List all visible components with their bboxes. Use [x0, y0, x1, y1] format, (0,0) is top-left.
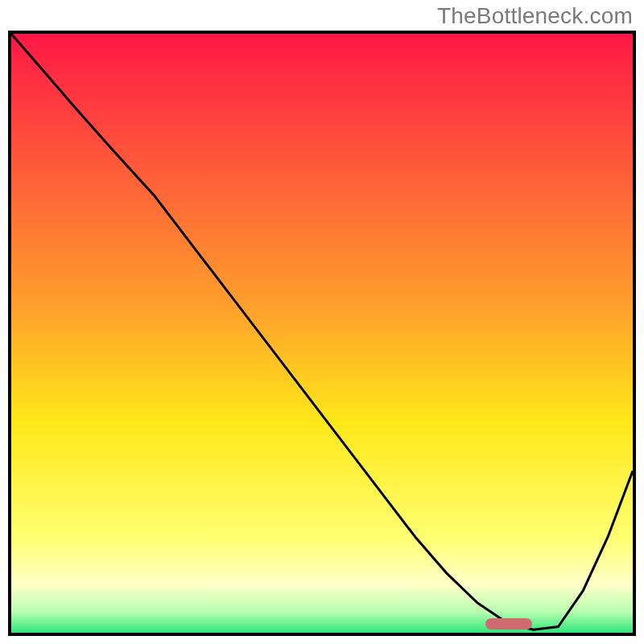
- optimal-marker: [485, 618, 532, 630]
- plot-area: [11, 34, 633, 633]
- curve-path: [11, 34, 633, 630]
- watermark-text: TheBottleneck.com: [437, 3, 633, 29]
- bottleneck-curve: [11, 34, 633, 633]
- chart-frame: TheBottleneck.com: [0, 0, 644, 644]
